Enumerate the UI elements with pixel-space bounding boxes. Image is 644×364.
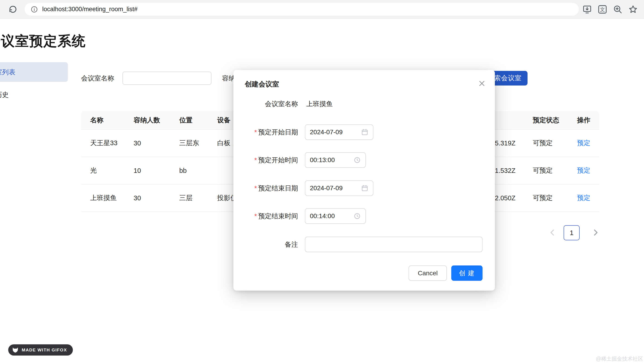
start-time-value[interactable] [310, 156, 351, 164]
cell-location: 三层东 [170, 138, 208, 148]
header-name: 名称 [81, 116, 124, 125]
header-action: 操作 [568, 116, 599, 125]
create-meeting-room-modal: 创建会议室 会议室名称 上班摸鱼 *预定开始日期 *预定开始时间 [234, 70, 495, 291]
calendar-icon [361, 185, 368, 192]
form-row-end-time: *预定结束时间 [234, 208, 495, 224]
browser-actions: 文 [582, 4, 638, 15]
room-name-label: 会议室名称 [81, 72, 114, 85]
gifox-label: MADE WITH GIFOX [22, 347, 67, 352]
url-text: localhost:3000/meeting_room_list# [42, 6, 138, 13]
modal-title: 创建会议室 [245, 80, 279, 89]
form-row-note: 备注 [234, 237, 495, 252]
cell-name: 天王星33 [81, 138, 124, 148]
install-app-icon[interactable] [582, 4, 592, 15]
pagination-page-1[interactable]: 1 [564, 225, 580, 240]
cell-capacity: 10 [124, 167, 170, 174]
info-icon[interactable] [30, 6, 38, 13]
room-name-input[interactable] [122, 72, 212, 85]
end-time-value[interactable] [310, 212, 351, 220]
header-location: 位置 [170, 116, 208, 125]
fox-icon [12, 347, 19, 353]
end-time-input[interactable] [305, 208, 366, 224]
clock-icon [354, 212, 361, 220]
cell-capacity: 30 [124, 194, 170, 202]
note-label: 备注 [285, 241, 298, 248]
sidebar-item-label: 会议室列表 [0, 62, 15, 82]
end-date-value[interactable] [310, 185, 359, 192]
required-mark: * [254, 128, 257, 136]
book-link[interactable]: 预定 [577, 194, 590, 202]
reload-icon[interactable] [8, 4, 18, 15]
gifox-badge: MADE WITH GIFOX [8, 344, 73, 355]
cell-location: bb [170, 167, 208, 174]
translate-icon[interactable]: 文 [598, 4, 608, 15]
required-mark: * [254, 212, 257, 220]
book-link[interactable]: 预定 [577, 167, 590, 174]
note-input[interactable] [305, 237, 482, 252]
clock-icon [354, 156, 361, 164]
pagination-prev-icon[interactable] [548, 228, 558, 238]
create-button[interactable]: 创 建 [451, 265, 482, 281]
cell-capacity: 30 [124, 139, 170, 147]
start-date-input[interactable] [305, 124, 374, 140]
header-status: 预定状态 [524, 116, 568, 125]
cell-status: 可预定 [524, 166, 568, 175]
zoom-icon[interactable] [613, 4, 623, 15]
browser-toolbar: localhost:3000/meeting_room_list# 文 [0, 0, 644, 19]
close-icon[interactable] [478, 79, 486, 88]
form-row-name: 会议室名称 上班摸鱼 [234, 96, 495, 112]
form-row-end-date: *预定结束日期 [234, 180, 495, 196]
svg-text:文: 文 [600, 7, 605, 12]
form-row-start-time: *预定开始时间 [234, 152, 495, 168]
required-mark: * [254, 185, 257, 192]
form-row-start-date: *预定开始日期 [234, 124, 495, 140]
page-title: 会议室预定系统 [0, 32, 86, 51]
start-time-input[interactable] [305, 152, 366, 168]
room-name-value: 上班摸鱼 [306, 96, 333, 112]
sidebar-item-room-list[interactable]: 会议室列表 [0, 62, 68, 82]
calendar-icon [361, 128, 368, 136]
cell-status: 可预定 [524, 194, 568, 203]
watermark-text: @稀土掘金技术社区 [596, 355, 643, 362]
required-mark: * [254, 156, 257, 164]
end-date-label: 预定结束日期 [258, 185, 298, 192]
start-date-label: 预定开始日期 [258, 128, 298, 136]
cell-location: 三层 [170, 194, 208, 203]
start-time-label: 预定开始时间 [258, 156, 298, 164]
cell-status: 可预定 [524, 138, 568, 148]
book-link[interactable]: 预定 [577, 139, 590, 146]
end-date-input[interactable] [305, 180, 374, 196]
bookmark-star-icon[interactable] [628, 4, 638, 15]
note-value[interactable] [310, 241, 478, 248]
cell-name: 光 [81, 166, 124, 175]
cell-name: 上班摸鱼 [81, 194, 124, 203]
url-bar[interactable]: localhost:3000/meeting_room_list# [24, 3, 579, 16]
sidebar-item-history[interactable]: 预定历史 [0, 85, 9, 104]
end-time-label: 预定结束时间 [258, 212, 298, 220]
start-date-value[interactable] [310, 128, 359, 136]
header-capacity: 容纳人数 [124, 116, 170, 125]
room-name-field-label: 会议室名称 [265, 100, 298, 107]
cancel-button[interactable]: Cancel [408, 265, 447, 281]
pagination-next-icon[interactable] [590, 228, 600, 238]
